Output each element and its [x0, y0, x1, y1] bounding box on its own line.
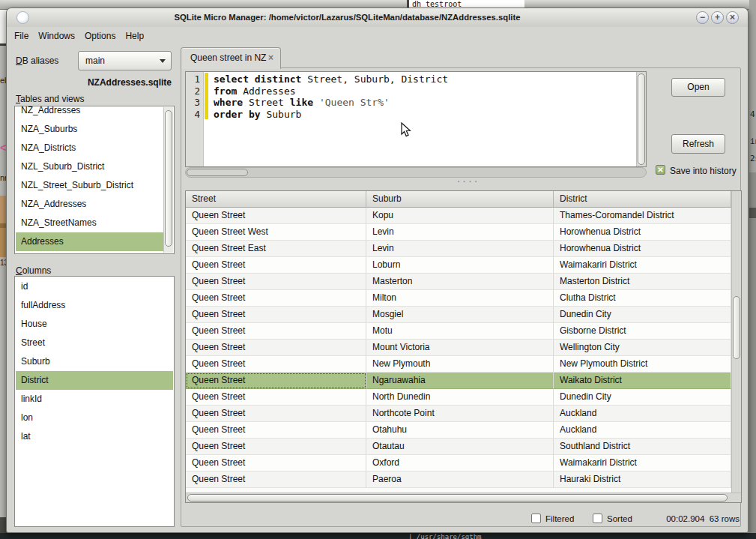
- table-row[interactable]: Queen StreetOtautauSouthland District: [186, 439, 731, 455]
- title-bar[interactable]: SQLite Micro Manager: /home/victor/Lazar…: [7, 8, 748, 27]
- menu-options[interactable]: Options: [85, 31, 115, 41]
- maximize-button[interactable]: +: [711, 11, 724, 24]
- background-right-strip: 4 in 2s: [749, 0, 756, 539]
- tables-label: Tables and views: [16, 94, 84, 104]
- app-icon: [16, 11, 29, 24]
- table-row[interactable]: Queen Street EastLevinHorowhenua Distric…: [186, 241, 731, 257]
- table-row[interactable]: Queen StreetNorth DunedinDunedin City: [186, 389, 731, 406]
- save-into-history-label: Save into history: [670, 166, 737, 176]
- column-header-district[interactable]: District: [554, 191, 731, 208]
- table-row[interactable]: Queen StreetMount VictoriaWellington Cit…: [186, 340, 731, 356]
- save-into-history-checkbox[interactable]: ✕: [656, 165, 665, 175]
- table-row[interactable]: Queen StreetOtahuhuAuckland: [186, 422, 731, 439]
- splitter-handle[interactable]: ····: [453, 175, 483, 187]
- list-item[interactable]: NZA_Addresses: [16, 195, 163, 214]
- list-item[interactable]: NZA_Suburbs: [16, 120, 163, 139]
- line-number-gutter: 1234: [186, 72, 204, 166]
- table-row[interactable]: Queen StreetMiltonClutha District: [186, 290, 731, 307]
- sorted-label: Sorted: [607, 514, 632, 523]
- table-row[interactable]: Queen Street WestLevinHorowhenua Distric…: [186, 224, 731, 241]
- list-item[interactable]: lon: [16, 409, 173, 427]
- sql-editor[interactable]: 1234 select distinct Street, Suburb, Dis…: [185, 71, 647, 167]
- menu-windows[interactable]: Windows: [38, 31, 75, 41]
- editor-vscrollbar[interactable]: [636, 72, 646, 166]
- table-row[interactable]: Queen StreetMastertonMasterton District: [186, 274, 731, 290]
- table-row[interactable]: Queen StreetNew PlymouthNew Plymouth Dis…: [186, 356, 731, 373]
- list-item[interactable]: lat: [16, 427, 173, 446]
- list-item[interactable]: linkId: [16, 390, 173, 409]
- refresh-button[interactable]: Refresh: [671, 134, 725, 154]
- list-item[interactable]: fullAddress: [16, 296, 173, 315]
- table-row[interactable]: Queen StreetLoburnWaimakariri District: [186, 257, 731, 274]
- list-item[interactable]: NZ_Addresses: [16, 106, 163, 120]
- table-row[interactable]: Queen StreetPaeroaHauraki District: [186, 472, 731, 488]
- filtered-label: Filtered: [545, 514, 574, 523]
- list-item[interactable]: Street: [16, 334, 173, 352]
- table-row[interactable]: Queen StreetKopuThames-Coromandel Distri…: [186, 208, 731, 224]
- table-row[interactable]: Queen StreetMosgielDunedin City: [186, 307, 731, 323]
- tab-queen-street-in-nz[interactable]: Queen street in NZ ×: [181, 47, 281, 69]
- filtered-checkbox[interactable]: [531, 514, 541, 523]
- chevron-down-icon: [160, 59, 166, 63]
- table-row[interactable]: Queen StreetNgaruawahiaWaikato District: [186, 373, 731, 389]
- window-title: SQLite Micro Manager: /home/victor/Lazar…: [37, 8, 658, 27]
- list-item[interactable]: NZA_Districts: [16, 139, 163, 157]
- table-hscrollbar[interactable]: [186, 493, 741, 502]
- sql-code[interactable]: select distinct Street, Suburb, District…: [208, 72, 635, 166]
- list-item[interactable]: House: [16, 315, 173, 334]
- table-row[interactable]: Queen StreetOxfordWaimakariri District: [186, 455, 731, 472]
- columns-label: Columns: [16, 265, 51, 276]
- list-item[interactable]: District: [16, 371, 173, 390]
- columns-list: idfullAddressHouseStreetSuburbDistrictli…: [14, 276, 175, 527]
- db-file-name: NZAddresses.sqlite: [14, 77, 172, 88]
- table-vscrollbar[interactable]: [731, 191, 741, 493]
- menu-file[interactable]: File: [14, 31, 28, 41]
- table-row[interactable]: Queen StreetMotuGisborne District: [186, 323, 731, 340]
- db-alias-select[interactable]: main: [78, 51, 172, 70]
- list-item[interactable]: NZL_Suburb_District: [16, 157, 163, 176]
- open-button[interactable]: Open: [671, 78, 725, 97]
- menu-bar: FileWindowsOptionsHelp: [14, 31, 144, 41]
- list-item[interactable]: id: [16, 277, 173, 296]
- background-bottom-strip: | /usr/share/sqthm -.-.-.-.-.-: [0, 533, 756, 539]
- tables-scrollbar[interactable]: [163, 107, 173, 253]
- column-header-suburb[interactable]: Suburb: [366, 191, 554, 208]
- minimize-button[interactable]: −: [696, 11, 709, 24]
- list-item[interactable]: NZA_StreetNames: [16, 214, 163, 232]
- menu-help[interactable]: Help: [125, 31, 144, 41]
- list-item[interactable]: Addresses: [16, 232, 163, 251]
- status-time: 00:02.904 63 rows: [666, 514, 740, 523]
- column-header-street[interactable]: Street: [186, 191, 366, 208]
- tables-list: NZ_AddressesNZA_SuburbsNZA_DistrictsNZL_…: [14, 106, 175, 254]
- db-alias-value: main: [85, 55, 105, 66]
- app-window: SQLite Micro Manager: /home/victor/Lazar…: [6, 7, 749, 533]
- results-header: StreetSuburbDistrict: [186, 191, 731, 208]
- editor-hscrollbar[interactable]: [185, 167, 647, 178]
- list-item[interactable]: NZL_Street_Suburb_District: [16, 176, 163, 195]
- tab-close-icon[interactable]: ×: [268, 48, 273, 68]
- db-aliases-label: DB aliases: [16, 55, 58, 66]
- sorted-checkbox[interactable]: [593, 514, 602, 523]
- mouse-cursor: [400, 122, 415, 139]
- close-button[interactable]: ×: [726, 11, 739, 24]
- results-table: StreetSuburbDistrict Queen StreetKopuTha…: [185, 190, 742, 503]
- list-item[interactable]: Suburb: [16, 352, 173, 371]
- table-row[interactable]: Queen StreetNorthcote PointAuckland: [186, 406, 731, 422]
